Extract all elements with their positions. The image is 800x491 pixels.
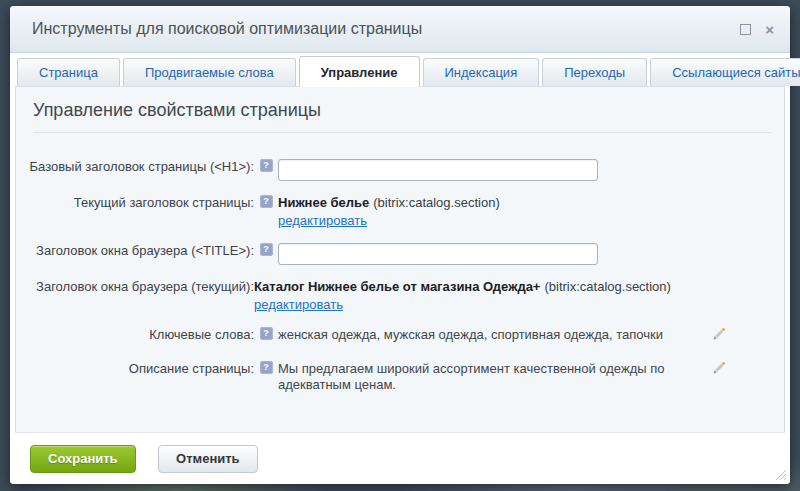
tab-management[interactable]: Управление — [299, 56, 420, 87]
edit-title-link[interactable]: редактировать — [278, 213, 367, 229]
form-row-browser-title: Заголовок окна браузера (<TITLE>): ? — [16, 239, 726, 265]
help-icon[interactable]: ? — [260, 195, 273, 208]
save-button[interactable]: Сохранить — [30, 445, 136, 473]
help-icon[interactable]: ? — [260, 243, 273, 256]
component-name: (bitrix:catalog.section) — [544, 279, 670, 294]
edit-browser-title-link[interactable]: редактировать — [254, 297, 343, 313]
h1-title-input[interactable] — [278, 159, 598, 181]
close-icon[interactable]: × — [765, 22, 774, 37]
dialog-title: Инструменты для поисковой оптимизации ст… — [32, 20, 740, 38]
resize-grip[interactable] — [775, 469, 787, 481]
keywords-value: женская одежда, мужская одежда, спортивн… — [278, 323, 704, 343]
panel-heading: Управление свойствами страницы — [33, 100, 774, 121]
tab-indexing[interactable]: Индексация — [423, 58, 540, 86]
help-icon[interactable]: ? — [260, 327, 273, 340]
pencil-icon — [712, 361, 726, 375]
tab-page[interactable]: Страница — [17, 58, 120, 86]
window-controls: × — [740, 22, 774, 37]
browser-title-input[interactable] — [278, 243, 598, 265]
current-browser-title-value: Каталог Нижнее белье от магазина Одежда+ — [254, 279, 540, 294]
help-icon[interactable]: ? — [260, 361, 273, 374]
dialog-titlebar: Инструменты для поисковой оптимизации ст… — [10, 6, 790, 53]
current-title-value: Нижнее белье — [278, 195, 369, 210]
component-name: (bitrix:catalog.section) — [373, 195, 499, 210]
form-row-h1-title: Базовый заголовок страницы (<H1>): ? — [16, 155, 726, 181]
pencil-icon — [712, 327, 726, 341]
field-label: Описание страницы: — [16, 357, 254, 376]
heading-divider — [33, 132, 772, 133]
tab-referring-sites[interactable]: Ссылающиеся сайты — [650, 58, 800, 86]
maximize-icon[interactable] — [740, 24, 751, 35]
field-label: Заголовок окна браузера (<TITLE>): — [16, 239, 254, 258]
field-label: Базовый заголовок страницы (<H1>): — [16, 155, 254, 174]
help-icon[interactable]: ? — [260, 159, 273, 172]
management-panel: Управление свойствами страницы Базовый з… — [15, 86, 785, 433]
tab-bar: Страница Продвигаемые слова Управление И… — [10, 53, 790, 86]
form-row-browser-title-current: Заголовок окна браузера (текущий): Катал… — [16, 275, 726, 313]
tab-promoted-words[interactable]: Продвигаемые слова — [123, 58, 296, 86]
cancel-button[interactable]: Отменить — [158, 445, 258, 473]
edit-keywords-button[interactable] — [704, 323, 726, 341]
description-value: Мы предлагаем широкий ассортимент качест… — [278, 357, 704, 393]
dialog-footer: Сохранить Отменить — [10, 433, 790, 484]
seo-tools-dialog: Инструменты для поисковой оптимизации ст… — [10, 6, 790, 484]
page-properties-form: Базовый заголовок страницы (<H1>): ? Тек… — [16, 155, 784, 393]
form-row-keywords: Ключевые слова: ? женская одежда, мужска… — [16, 323, 726, 347]
edit-description-button[interactable] — [704, 357, 726, 375]
field-label: Заголовок окна браузера (текущий): — [16, 275, 254, 294]
form-row-description: Описание страницы: ? Мы предлагаем широк… — [16, 357, 726, 393]
tab-transitions[interactable]: Переходы — [542, 58, 647, 86]
field-label: Ключевые слова: — [16, 323, 254, 342]
form-row-current-title: Текущий заголовок страницы: ? Нижнее бел… — [16, 191, 726, 229]
field-label: Текущий заголовок страницы: — [16, 191, 254, 210]
